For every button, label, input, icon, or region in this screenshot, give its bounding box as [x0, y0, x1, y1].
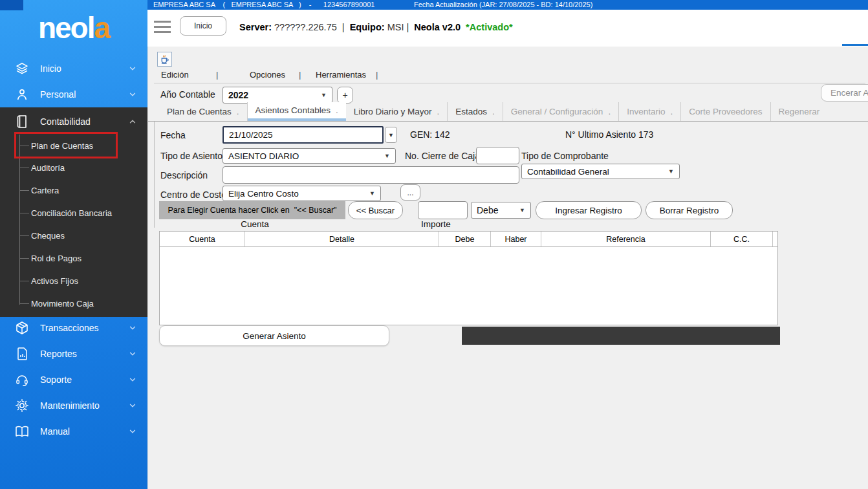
dropdown-arrow-icon: ▼ [321, 92, 327, 98]
sidebar-subitem-auditoria[interactable]: Auditoría [0, 158, 147, 177]
server-status-line: Server: ??????.226.75 | Equipo: MSI | Ne… [239, 22, 513, 32]
column-header-cc[interactable]: C.C. [711, 232, 773, 246]
descripcion-label: Descripción [160, 170, 208, 180]
menu-separator: | [299, 70, 301, 80]
dropdown-arrow-icon: ▼ [668, 168, 674, 175]
menu-edicion[interactable]: Edición [161, 70, 189, 80]
inicio-button[interactable]: Inicio [180, 16, 226, 36]
tab-bar: Plan de Cuentas. Asientos Contables. Lib… [159, 102, 827, 121]
open-book-icon [14, 424, 30, 439]
column-header-cuenta[interactable]: Cuenta [160, 232, 245, 246]
column-header-spacer [773, 232, 777, 246]
panel-left-border [154, 122, 155, 228]
menu-separator: | [216, 70, 218, 80]
column-header-haber[interactable]: Haber [491, 232, 541, 246]
package-icon [14, 320, 30, 336]
sidebar-item-inicio[interactable]: Inicio [0, 56, 147, 82]
chevron-down-icon [128, 64, 137, 73]
cuenta-caption: Cuenta [226, 219, 284, 229]
tab-dot: . [437, 107, 439, 116]
buscar-hint-banner: Para Elegir Cuenta hacer Click en "<< Bu… [159, 201, 345, 219]
status-dark-bar [462, 327, 780, 345]
sidebar-item-contabilidad[interactable]: Contabilidad [0, 109, 147, 135]
chevron-down-icon [128, 375, 137, 384]
column-header-referencia[interactable]: Referencia [541, 232, 711, 246]
borrar-registro-button[interactable]: Borrar Registro [646, 201, 733, 219]
sidebar-item-mantenimiento[interactable]: Mantenimiento [0, 393, 147, 418]
tab-dot: . [336, 105, 338, 115]
cierre-caja-input[interactable] [476, 147, 519, 164]
anio-contable-select[interactable]: 2022▼ [222, 87, 332, 103]
sidebar-subitem-activos-fijos[interactable]: Activos Fijos [0, 271, 147, 290]
tab-asientos-contables[interactable]: Asientos Contables. [248, 102, 346, 121]
java-app-icon [157, 52, 172, 67]
sidebar-subitem-cartera[interactable]: Cartera [0, 180, 147, 200]
tab-libro-diario-y-mayor[interactable]: Libro Diario y Mayor. [346, 102, 448, 121]
column-header-debe[interactable]: Debe [439, 232, 491, 246]
column-header-detalle[interactable]: Detalle [245, 232, 439, 246]
tab-regenerar[interactable]: Regenerar [771, 102, 828, 121]
subitem-label: Auditoría [31, 163, 65, 173]
tipo-asiento-select[interactable]: ASIENTO DIARIO▼ [222, 148, 396, 164]
importe-input[interactable] [418, 201, 468, 219]
generar-asiento-button[interactable]: Generar Asiento [159, 325, 389, 346]
chevron-down-icon [128, 90, 137, 99]
tab-label: Corte Proveedores [689, 107, 762, 116]
tab-label: Estados [455, 107, 487, 116]
sidebar-item-label: Mantenimiento [40, 400, 128, 411]
sidebar-item-manual[interactable]: Manual [0, 418, 147, 444]
sidebar-subitem-cheques[interactable]: Cheques [0, 226, 147, 245]
ultimo-asiento-counter: N° Ultimo Asiento 173 [565, 129, 653, 140]
fecha-input[interactable] [222, 126, 384, 144]
tab-corte-proveedores[interactable]: Corte Proveedores [681, 102, 770, 121]
debe-haber-select[interactable]: Debe▼ [471, 202, 531, 219]
hamburger-menu-icon[interactable] [154, 21, 171, 36]
tipo-comprobante-select[interactable]: Contabilidad General▼ [521, 164, 680, 179]
activation-status: *Activado* [461, 22, 513, 32]
tab-label: Regenerar [779, 107, 820, 116]
ingresar-registro-button[interactable]: Ingresar Registro [536, 201, 642, 219]
sidebar-subitem-rol-de-pagos[interactable]: Rol de Pagos [0, 248, 147, 268]
update-date-text: Fecha Actualización (JAR: 27/08/2025 - B… [414, 0, 592, 10]
descripcion-input[interactable] [222, 166, 519, 184]
logo-text: neol [38, 11, 94, 45]
importe-caption: Importe [407, 219, 465, 229]
highlight-red-box [14, 132, 118, 158]
centro-costo-select[interactable]: Elija Centro Costo▼ [222, 186, 381, 201]
sidebar-subitem-movimiento-caja[interactable]: Movimiento Caja [0, 294, 147, 313]
tab-plan-de-cuentas[interactable]: Plan de Cuentas. [159, 102, 248, 121]
menu-opciones[interactable]: Opciones [250, 70, 285, 80]
company-info-bar: EMPRESA ABC SA ( EMPRESA ABC SA ) - 1234… [147, 0, 868, 10]
centro-costo-label: Centro de Costo [160, 190, 226, 200]
buscar-button[interactable]: << Buscar [348, 201, 403, 219]
tab-inventario[interactable]: Inventario. [619, 102, 681, 121]
cierre-caja-label: No. Cierre de Caja [405, 151, 480, 161]
tab-dot: . [237, 107, 239, 116]
tipo-asiento-label: Tipo de Asiento [160, 151, 222, 161]
person-icon [14, 87, 30, 102]
tipo-comprobante-label: Tipo de Comprobante [521, 151, 609, 161]
tipo-asiento-value: ASIENTO DIARIO [228, 151, 299, 161]
centro-costo-value: Elija Centro Costo [228, 189, 299, 199]
sidebar-item-label: Reportes [40, 349, 128, 359]
tab-estados[interactable]: Estados. [448, 102, 503, 121]
sidebar-item-personal[interactable]: Personal [0, 82, 147, 107]
tipo-comprobante-value: Contabilidad General [527, 167, 609, 177]
tab-general-configuracion[interactable]: General / Configuración. [503, 102, 619, 121]
add-year-button[interactable]: + [337, 87, 353, 103]
tab-label: General / Configuración [511, 107, 603, 116]
anio-contable-value: 2022 [228, 90, 248, 100]
centro-costo-browse-button[interactable]: ... [400, 184, 420, 201]
sidebar-item-transacciones[interactable]: Transacciones [0, 315, 147, 341]
sidebar-item-soporte[interactable]: Soporte [0, 367, 147, 393]
tab-label: Asientos Contables [255, 105, 331, 115]
chevron-up-icon [128, 117, 137, 126]
sidebar-item-reportes[interactable]: Reportes [0, 341, 147, 367]
gen-counter: GEN: 142 [410, 129, 450, 140]
sidebar-item-label: Contabilidad [40, 116, 128, 127]
encerar-asiento-button[interactable]: Encerar Asiento [821, 84, 868, 102]
subitem-label: Activos Fijos [31, 276, 78, 286]
sidebar-subitem-conciliacion-bancaria[interactable]: Conciliación Bancaria [0, 203, 147, 223]
fecha-dropdown-button[interactable]: ▼ [385, 127, 397, 143]
menu-herramientas[interactable]: Herramientas [316, 70, 366, 80]
